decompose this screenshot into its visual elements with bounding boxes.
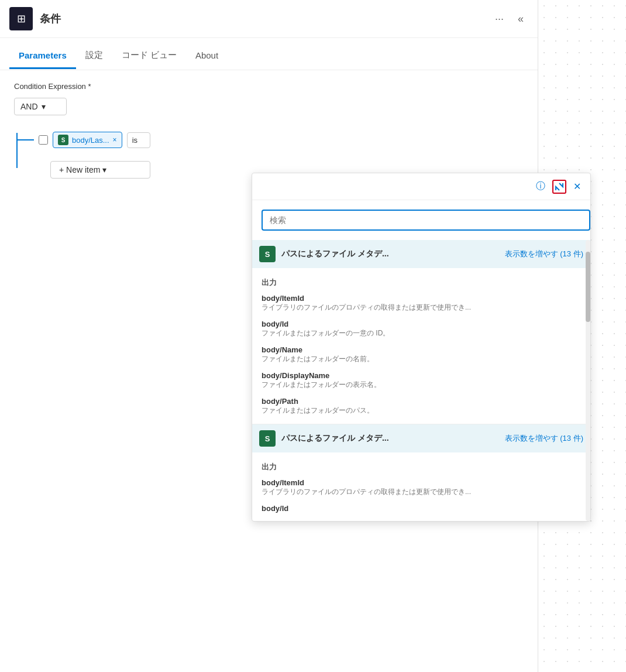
scrollbar-track <box>586 240 590 521</box>
item-desc: ファイルまたはフォルダーのパス。 <box>262 406 581 416</box>
item-name: body/ItemId <box>262 294 581 303</box>
operator-input[interactable] <box>127 132 150 148</box>
expand-button[interactable] <box>552 180 566 194</box>
item-desc: ライブラリのファイルのプロパティの取得または更新で使用でき... <box>262 487 581 497</box>
token-close-button[interactable]: × <box>113 136 117 144</box>
search-input[interactable] <box>262 210 590 231</box>
app-icon-symbol: ⊞ <box>17 12 26 25</box>
output-section-1: 出力 body/ItemId ライブラリのファイルのプロパティの取得または更新で… <box>252 268 590 424</box>
list-item[interactable]: body/DisplayName ファイルまたはフォルダーの表示名。 <box>252 368 590 393</box>
list-item[interactable]: body/Id <box>252 500 590 516</box>
item-desc: ファイルまたはフォルダーの一意の ID。 <box>262 328 581 338</box>
panel-header: ⊞ 条件 ··· « <box>0 0 538 38</box>
group-header-2[interactable]: S パスによるファイル メタデ... 表示数を増やす (13 件) <box>252 424 590 452</box>
list-item[interactable]: body/Id ファイルまたはフォルダーの一意の ID。 <box>252 316 590 342</box>
list-item[interactable]: body/Path ファイルまたはフォルダーのパス。 <box>252 393 590 419</box>
chevron-down-icon: ▾ <box>42 102 46 111</box>
list-item[interactable]: body/ItemId ライブラリのファイルのプロパティの取得または更新で使用で… <box>252 290 590 316</box>
list-item[interactable]: body/Name ファイルまたはフォルダーの名前。 <box>252 342 590 368</box>
show-more-2[interactable]: 表示数を増やす (13 件) <box>505 433 583 444</box>
dropdown-content[interactable]: S パスによるファイル メタデ... 表示数を増やす (13 件) 出力 bod… <box>252 240 590 521</box>
item-name: body/ItemId <box>262 478 581 487</box>
condition-expression-label: Condition Expression * <box>14 82 524 91</box>
item-name: body/Path <box>262 397 581 406</box>
scrollbar-thumb[interactable] <box>586 252 590 322</box>
expand-icon <box>555 183 563 191</box>
tab-settings[interactable]: 設定 <box>76 43 112 70</box>
panel-title: 条件 <box>40 12 61 26</box>
group-title-2: パスによるファイル メタデ... <box>281 433 499 444</box>
condition-checkbox[interactable] <box>39 135 48 145</box>
collapse-button[interactable]: « <box>513 11 528 28</box>
content-area: Condition Expression * AND ▾ S body/Las.… <box>0 70 538 190</box>
tab-bar: Parameters 設定 コード ビュー About <box>0 43 538 70</box>
search-area <box>252 200 590 240</box>
show-more-1[interactable]: 表示数を増やす (13 件) <box>505 249 583 259</box>
item-desc: ライブラリのファイルのプロパティの取得または更新で使用でき... <box>262 303 581 313</box>
tab-code-view[interactable]: コード ビュー <box>112 43 186 70</box>
output-section-2: 出力 body/ItemId ライブラリのファイルのプロパティの取得または更新で… <box>252 452 590 521</box>
more-options-button[interactable]: ··· <box>490 11 508 28</box>
group-title-1: パスによるファイル メタデ... <box>281 249 499 259</box>
app-icon: ⊞ <box>9 7 33 30</box>
list-item[interactable]: body/ItemId ライブラリのファイルのプロパティの取得または更新で使用で… <box>252 475 590 500</box>
connector-line <box>16 133 18 168</box>
output-label-1: 出力 <box>252 273 590 290</box>
group-icon-1: S <box>259 246 276 262</box>
token-text: body/Las... <box>72 136 109 145</box>
item-desc: ファイルまたはフォルダーの名前。 <box>262 354 581 364</box>
output-label-2: 出力 <box>252 457 590 475</box>
and-operator-dropdown[interactable]: AND ▾ <box>14 98 67 115</box>
h-connector <box>18 139 34 140</box>
item-name: body/Id <box>262 504 581 513</box>
search-dropdown-panel: ⓘ ✕ S パスによるファイル メタデ... 表示 <box>252 173 591 522</box>
info-button[interactable]: ⓘ <box>534 178 548 195</box>
item-name: body/Id <box>262 320 581 328</box>
header-actions: ··· « <box>490 11 528 28</box>
item-name: body/Name <box>262 345 581 354</box>
and-value: AND <box>20 102 38 111</box>
tab-parameters[interactable]: Parameters <box>9 43 76 69</box>
tab-about[interactable]: About <box>186 43 228 69</box>
sharepoint-icon: S <box>58 135 68 145</box>
header-left: ⊞ 条件 <box>9 7 61 30</box>
group-header-1[interactable]: S パスによるファイル メタデ... 表示数を増やす (13 件) <box>252 240 590 268</box>
close-dropdown-button[interactable]: ✕ <box>571 179 583 194</box>
group-icon-2: S <box>259 430 276 447</box>
item-desc: ファイルまたはフォルダーの表示名。 <box>262 380 581 390</box>
condition-token[interactable]: S body/Las... × <box>53 132 122 148</box>
item-name: body/DisplayName <box>262 371 581 380</box>
dropdown-header: ⓘ ✕ <box>252 173 590 200</box>
new-item-button[interactable]: + New item ▾ <box>50 161 150 179</box>
